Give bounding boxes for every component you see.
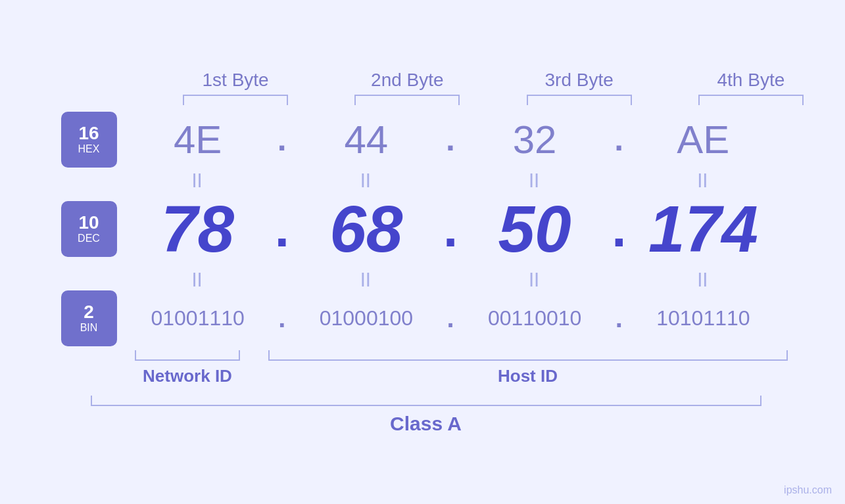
hex-row: 16 HEX 4E . 44 . 32 . AE bbox=[61, 112, 785, 168]
dec-byte3: 50 bbox=[460, 191, 609, 267]
bin-byte3: 00110010 bbox=[460, 306, 609, 331]
dec-byte2: 68 bbox=[292, 191, 441, 267]
hex-badge: 16 HEX bbox=[61, 112, 117, 168]
hex-byte1: 4E bbox=[124, 117, 272, 162]
watermark: ipshu.com bbox=[784, 484, 832, 496]
bin-badge-num: 2 bbox=[84, 302, 94, 323]
byte-labels-row: 1st Byte 2nd Byte 3rd Byte 4th Byte bbox=[104, 70, 827, 105]
eq2-col2: || bbox=[292, 270, 441, 287]
bin-row: 2 BIN 01001110 . 01000100 . 00110010 . 1… bbox=[61, 290, 785, 346]
eq2-col3: || bbox=[460, 270, 609, 287]
eq1-sign3: || bbox=[529, 171, 540, 188]
eq2-sign1: || bbox=[192, 270, 203, 287]
class-section: Class A bbox=[64, 396, 788, 435]
eq2-sign3: || bbox=[529, 270, 540, 287]
bin-byte1: 01001110 bbox=[124, 306, 272, 331]
byte1-col-header: 1st Byte bbox=[160, 70, 312, 105]
hex-byte3: 32 bbox=[460, 117, 609, 162]
byte4-label: 4th Byte bbox=[717, 70, 785, 91]
dec-badge-name: DEC bbox=[78, 233, 100, 244]
bin-byte4: 10101110 bbox=[629, 306, 777, 331]
eq2-col4: || bbox=[629, 270, 777, 287]
equals-values-2: || || || || bbox=[117, 269, 785, 288]
bin-values: 01001110 . 01000100 . 00110010 . 1010111… bbox=[117, 304, 785, 333]
hex-byte4: AE bbox=[629, 117, 777, 162]
network-id-bracket bbox=[135, 350, 240, 361]
dec-dot2: . bbox=[441, 198, 460, 259]
dec-byte4: 174 bbox=[629, 191, 777, 267]
section-brackets-row: Network ID Host ID bbox=[64, 350, 788, 386]
eq2-col1: || bbox=[124, 270, 272, 287]
byte2-label: 2nd Byte bbox=[371, 70, 444, 91]
hex-badge-name: HEX bbox=[78, 143, 100, 155]
byte4-col-header: 4th Byte bbox=[675, 70, 827, 105]
byte1-top-bracket bbox=[183, 95, 288, 105]
hex-dot1: . bbox=[272, 120, 292, 158]
byte2-col-header: 2nd Byte bbox=[331, 70, 483, 105]
host-id-section: Host ID bbox=[268, 350, 788, 386]
bin-byte2: 01000100 bbox=[292, 306, 441, 331]
dec-badge: 10 DEC bbox=[61, 201, 117, 257]
byte1-label: 1st Byte bbox=[203, 70, 269, 91]
hex-values: 4E . 44 . 32 . AE bbox=[117, 117, 785, 162]
main-container: 1st Byte 2nd Byte 3rd Byte 4th Byte 16 H… bbox=[61, 70, 785, 435]
class-bracket-container: Class A bbox=[91, 396, 761, 435]
hex-dot3: . bbox=[609, 120, 629, 158]
byte3-col-header: 3rd Byte bbox=[503, 70, 655, 105]
dec-row: 10 DEC 78 . 68 . 50 . 174 bbox=[61, 191, 785, 267]
host-id-bracket bbox=[268, 350, 788, 361]
class-label: Class A bbox=[390, 413, 462, 435]
eq2-sign2: || bbox=[361, 270, 372, 287]
eq1-col3: || bbox=[460, 171, 609, 188]
hex-badge-num: 16 bbox=[78, 124, 99, 144]
eq1-col4: || bbox=[629, 171, 777, 188]
byte3-top-bracket bbox=[527, 95, 632, 105]
hex-byte2: 44 bbox=[292, 117, 441, 162]
dec-badge-num: 10 bbox=[78, 213, 99, 233]
eq1-col1: || bbox=[124, 171, 272, 188]
bin-badge-name: BIN bbox=[80, 322, 98, 334]
byte4-top-bracket bbox=[698, 95, 804, 105]
dec-dot1: . bbox=[272, 198, 292, 259]
eq1-sign4: || bbox=[698, 171, 708, 188]
class-bracket bbox=[91, 396, 761, 406]
eq1-col2: || bbox=[292, 171, 441, 188]
bin-dot1: . bbox=[272, 304, 292, 333]
host-id-label: Host ID bbox=[498, 366, 558, 386]
eq1-sign1: || bbox=[192, 171, 203, 188]
byte3-label: 3rd Byte bbox=[544, 70, 613, 91]
bin-dot2: . bbox=[441, 304, 460, 333]
eq2-sign4: || bbox=[698, 270, 708, 287]
equals-values-1: || || || || bbox=[117, 170, 785, 189]
network-id-label: Network ID bbox=[143, 366, 232, 386]
equals-row-2: || || || || bbox=[61, 267, 785, 290]
network-id-section: Network ID bbox=[127, 350, 249, 386]
byte2-top-bracket bbox=[354, 95, 460, 105]
bin-dot3: . bbox=[609, 304, 629, 333]
dec-byte1: 78 bbox=[124, 191, 272, 267]
dec-dot3: . bbox=[609, 198, 629, 259]
equals-row-1: || || || || bbox=[61, 168, 785, 191]
dec-values: 78 . 68 . 50 . 174 bbox=[117, 191, 785, 267]
eq1-sign2: || bbox=[361, 171, 372, 188]
hex-dot2: . bbox=[441, 120, 460, 158]
bin-badge: 2 BIN bbox=[61, 290, 117, 346]
